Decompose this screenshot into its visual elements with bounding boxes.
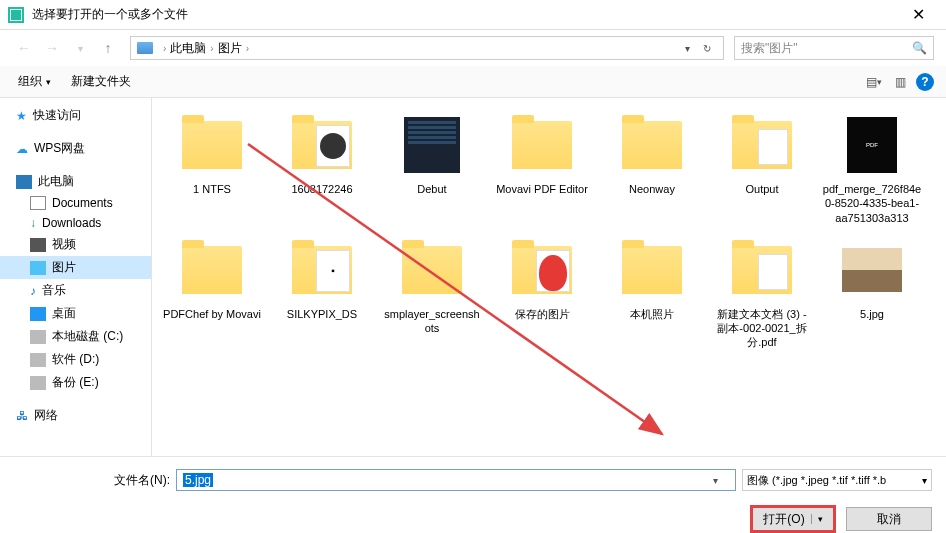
file-item[interactable]: ▪SILKYPIX_DS xyxy=(268,233,376,354)
file-thumbnail xyxy=(506,237,578,303)
help-icon[interactable]: ? xyxy=(916,73,934,91)
sidebar-documents[interactable]: Documents xyxy=(0,193,151,213)
sidebar-music[interactable]: ♪音乐 xyxy=(0,279,151,302)
navigation-sidebar: ★快速访问 ☁WPS网盘 此电脑 Documents ↓Downloads 视频… xyxy=(0,98,152,456)
file-thumbnail xyxy=(726,112,798,178)
file-thumbnail xyxy=(836,237,908,303)
sidebar-this-pc[interactable]: 此电脑 xyxy=(0,170,151,193)
file-grid[interactable]: 1 NTFS1608172246DebutMovavi PDF EditorNe… xyxy=(152,98,946,456)
cancel-button[interactable]: 取消 xyxy=(846,507,932,531)
file-item[interactable]: PDFChef by Movavi xyxy=(158,233,266,354)
filename-dropdown-icon[interactable]: ▾ xyxy=(713,475,729,486)
sidebar-videos[interactable]: 视频 xyxy=(0,233,151,256)
preview-pane-icon[interactable]: ▥ xyxy=(890,72,910,92)
file-label: SILKYPIX_DS xyxy=(287,307,357,321)
file-item[interactable]: Output xyxy=(708,108,816,229)
file-thumbnail xyxy=(176,237,248,303)
sidebar-quick-access[interactable]: ★快速访问 xyxy=(0,104,151,127)
new-folder-button[interactable]: 新建文件夹 xyxy=(65,69,137,94)
location-icon xyxy=(137,42,153,54)
filename-input[interactable]: 5.jpg ▾ xyxy=(176,469,736,491)
file-label: 5.jpg xyxy=(860,307,884,321)
file-item[interactable]: 新建文本文档 (3) - 副本-002-0021_拆分.pdf xyxy=(708,233,816,354)
sidebar-disk-c[interactable]: 本地磁盘 (C:) xyxy=(0,325,151,348)
file-label: 1 NTFS xyxy=(193,182,231,196)
nav-forward-icon[interactable]: → xyxy=(40,36,64,60)
sidebar-disk-e[interactable]: 备份 (E:) xyxy=(0,371,151,394)
file-item[interactable]: 保存的图片 xyxy=(488,233,596,354)
file-thumbnail xyxy=(616,112,688,178)
file-item[interactable]: Neonway xyxy=(598,108,706,229)
file-label: 新建文本文档 (3) - 副本-002-0021_拆分.pdf xyxy=(712,307,812,350)
organize-menu[interactable]: 组织▾ xyxy=(12,69,57,94)
file-label: Neonway xyxy=(629,182,675,196)
file-label: 本机照片 xyxy=(630,307,674,321)
sidebar-wps[interactable]: ☁WPS网盘 xyxy=(0,137,151,160)
breadcrumb-root[interactable]: 此电脑 xyxy=(170,40,206,57)
file-label: 1608172246 xyxy=(291,182,352,196)
file-item[interactable]: 1 NTFS xyxy=(158,108,266,229)
file-item[interactable]: 本机照片 xyxy=(598,233,706,354)
file-item[interactable]: smplayer_screenshots xyxy=(378,233,486,354)
file-thumbnail xyxy=(506,112,578,178)
file-item[interactable]: PDFpdf_merge_726f84e0-8520-4335-bea1-aa7… xyxy=(818,108,926,229)
address-refresh-icon[interactable]: ↻ xyxy=(697,43,717,54)
file-thumbnail: ▪ xyxy=(286,237,358,303)
file-thumbnail: PDF xyxy=(836,112,908,178)
file-label: PDFChef by Movavi xyxy=(163,307,261,321)
app-icon xyxy=(8,7,24,23)
file-label: 保存的图片 xyxy=(515,307,570,321)
nav-up-icon[interactable]: ↑ xyxy=(96,36,120,60)
nav-back-icon[interactable]: ← xyxy=(12,36,36,60)
search-placeholder: 搜索"图片" xyxy=(741,40,912,57)
file-label: Movavi PDF Editor xyxy=(496,182,588,196)
file-label: Output xyxy=(745,182,778,196)
open-button[interactable]: 打开(O)▾ xyxy=(750,505,836,533)
address-dropdown-icon[interactable]: ▾ xyxy=(677,43,697,54)
view-icon[interactable]: ▤ ▾ xyxy=(864,72,884,92)
file-thumbnail xyxy=(396,237,468,303)
sidebar-pictures[interactable]: 图片 xyxy=(0,256,151,279)
sidebar-network[interactable]: 🖧网络 xyxy=(0,404,151,427)
sidebar-disk-d[interactable]: 软件 (D:) xyxy=(0,348,151,371)
breadcrumb-current[interactable]: 图片 xyxy=(218,40,242,57)
close-button[interactable]: ✕ xyxy=(898,0,938,30)
sidebar-desktop[interactable]: 桌面 xyxy=(0,302,151,325)
file-item[interactable]: Movavi PDF Editor xyxy=(488,108,596,229)
file-thumbnail xyxy=(726,237,798,303)
search-icon[interactable]: 🔍 xyxy=(912,41,927,55)
file-label: pdf_merge_726f84e0-8520-4335-bea1-aa7513… xyxy=(822,182,922,225)
sidebar-downloads[interactable]: ↓Downloads xyxy=(0,213,151,233)
file-label: smplayer_screenshots xyxy=(382,307,482,336)
window-title: 选择要打开的一个或多个文件 xyxy=(32,6,898,23)
filename-label: 文件名(N): xyxy=(114,472,170,489)
file-thumbnail xyxy=(176,112,248,178)
file-item[interactable]: Debut xyxy=(378,108,486,229)
file-item[interactable]: 5.jpg xyxy=(818,233,926,354)
file-item[interactable]: 1608172246 xyxy=(268,108,376,229)
nav-dropdown-icon[interactable]: ▾ xyxy=(68,36,92,60)
file-thumbnail xyxy=(396,112,468,178)
file-thumbnail xyxy=(616,237,688,303)
file-thumbnail xyxy=(286,112,358,178)
search-input[interactable]: 搜索"图片" 🔍 xyxy=(734,36,934,60)
filename-value: 5.jpg xyxy=(183,473,213,487)
file-label: Debut xyxy=(417,182,446,196)
file-type-filter[interactable]: 图像 (*.jpg *.jpeg *.tif *.tiff *.b ▾ xyxy=(742,469,932,491)
address-bar[interactable]: › 此电脑 › 图片 › ▾ ↻ xyxy=(130,36,724,60)
